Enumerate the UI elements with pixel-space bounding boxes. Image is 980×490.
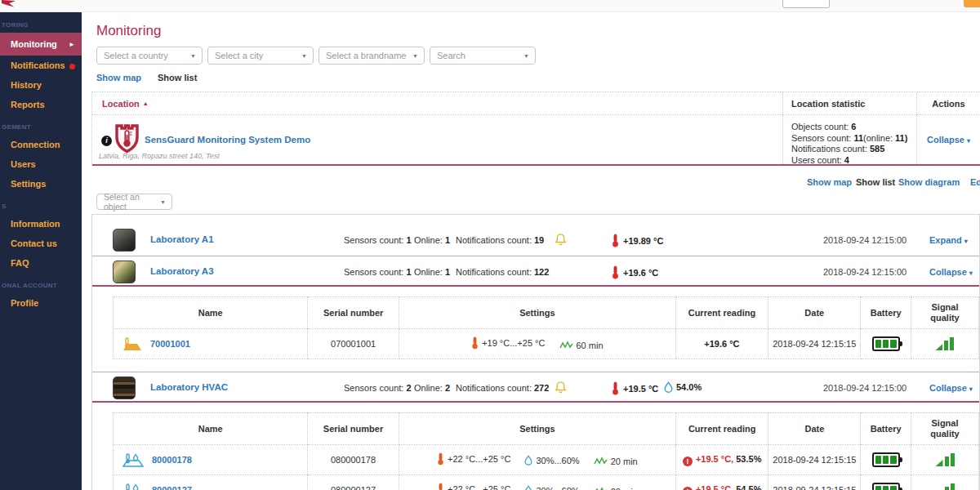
chevron-right-icon: ► [69, 41, 75, 48]
object-date: 2018-09-24 12:15:00 [823, 383, 906, 393]
online-count-label: Online: [414, 235, 443, 245]
online-count-value: 2 [445, 383, 450, 393]
sensor-settings: +22 °C...+25 °C 30%...60% 20 min [399, 445, 675, 475]
sidebar-item-reports[interactable]: Reports [0, 95, 82, 114]
sensor-name-link[interactable]: 80000178 [152, 455, 192, 465]
object-edit-link[interactable]: Ed [970, 177, 980, 187]
stat-objects-count: Objects count:6 [791, 122, 910, 133]
header-settings: Settings [399, 413, 675, 445]
header-search-box[interactable] [782, 0, 830, 8]
object-thumbnail [113, 261, 136, 283]
header-date: Date [768, 413, 861, 445]
sensor-serial: 080000127 [308, 475, 399, 490]
location-collapse-link[interactable]: Collapse▾ [927, 135, 970, 145]
page-title: Monitoring [96, 23, 161, 39]
object-select-value: Select an object [104, 192, 155, 212]
sensors-count-value: 1 [406, 267, 411, 277]
sidebar-item-settings[interactable]: Settings [0, 174, 82, 194]
alert-icon: ! [683, 457, 693, 466]
country-select[interactable]: Select a country ▼ [96, 47, 203, 65]
object-select[interactable]: Select an object ▼ [96, 194, 172, 210]
sidebar-item-users[interactable]: Users [0, 154, 82, 174]
info-icon[interactable]: i [101, 136, 112, 146]
thermometer-icon [437, 452, 444, 466]
sidebar-item-information[interactable]: Information [0, 214, 82, 234]
caret-down-icon: ▾ [967, 137, 970, 145]
humidity-reading: 54.0% [664, 381, 702, 393]
header-name: Name [114, 413, 308, 445]
object-collapse-link[interactable]: Collapse▾ [929, 267, 973, 277]
sensor-name-link[interactable]: 70001001 [150, 339, 190, 349]
sensor-name-link[interactable]: 80000127 [152, 485, 192, 490]
location-column-header[interactable]: Location ▲ [92, 92, 783, 114]
stat-notifications-count: Notifications count:585 [791, 144, 910, 155]
object-collapse-link[interactable]: Collapse▾ [929, 383, 973, 393]
location-name-link[interactable]: SensGuard Monitoring System Demo [145, 135, 310, 145]
sidebar-item-contact-us[interactable]: Contact us [0, 234, 82, 253]
sidebar-item-notifications[interactable]: Notifications [0, 56, 82, 75]
stat-value: 4 [844, 155, 849, 165]
chevron-down-icon: ▼ [523, 53, 529, 59]
sidebar-item-faq[interactable]: FAQ [0, 253, 82, 273]
sidebar-item-label: History [11, 80, 42, 90]
sensors-count: Sensors count: 1 [344, 235, 412, 245]
location-address: Latvia, Riga, Ropazu street 140, Test [99, 152, 220, 160]
object-name-link[interactable]: Laboratory A3 [150, 266, 214, 276]
country-select-value: Select a country [104, 51, 168, 60]
object-thumbnail [113, 376, 136, 399]
sensor-serial: 080000178 [308, 445, 399, 475]
object-date: 2018-09-24 12:15:00 [823, 267, 906, 277]
sensors-count-value: 1 [406, 235, 411, 245]
location-header-label: Location [102, 99, 140, 109]
online-count-label: Online: [414, 383, 443, 393]
sensor-current-reading: !+19.5 °C, 54.5% [676, 475, 768, 490]
bell-icon[interactable] [555, 233, 567, 248]
search-select[interactable]: Search ▼ [430, 47, 536, 65]
location-actions-cell: Collapse▾ [917, 115, 980, 164]
object-name-link[interactable]: Laboratory A1 [150, 234, 214, 244]
object-show-list-link[interactable]: Show list [856, 177, 895, 187]
interval-setting: 20 min [594, 487, 638, 490]
brandname-select[interactable]: Select a brandname ▼ [318, 47, 425, 65]
sidebar-item-history[interactable]: History [0, 75, 82, 95]
top-header-bar [0, 0, 980, 12]
header-name: Name [114, 297, 308, 329]
location-row: i SensGuard Monitoring System Demo Latvi… [92, 115, 980, 166]
notification-badge [69, 64, 75, 69]
online-count: Online: 1 [414, 267, 450, 277]
reading-temp-value: +19.5 °C, [696, 454, 733, 464]
header-battery: Battery [861, 413, 911, 445]
temperature-sensor-icon [122, 336, 143, 351]
object-expand-link[interactable]: Expand▾ [929, 235, 968, 245]
object-name-link[interactable]: Laboratory HVAC [150, 382, 228, 392]
collapse-label: Collapse [929, 267, 967, 277]
show-list-link[interactable]: Show list [158, 73, 197, 82]
battery-icon [872, 483, 900, 490]
wave-icon [594, 457, 608, 466]
filter-bar: Select a country ▼ Select a city ▼ Selec… [96, 47, 536, 65]
show-map-link[interactable]: Show map [96, 73, 141, 82]
stat-label: Sensors count: [791, 133, 851, 143]
sensor-serial: 070001001 [308, 329, 399, 359]
temperature-value: +19.5 °C [623, 384, 658, 394]
header-action-button[interactable] [964, 0, 980, 7]
sidebar-item-connection[interactable]: Connection [0, 135, 82, 154]
signal-quality-icon [936, 483, 955, 490]
city-select[interactable]: Select a city ▼ [207, 47, 314, 65]
temperature-value: +19.89 °C [623, 236, 663, 246]
object-show-map-link[interactable]: Show map [807, 177, 852, 187]
object-show-diagram-link[interactable]: Show diagram [898, 177, 960, 187]
objects-list: Laboratory A1 Sensors count: 1 Online: 1… [91, 214, 980, 490]
sensors-count-label: Sensors count: [344, 267, 403, 277]
thermometer-icon [612, 234, 619, 247]
header-current-reading: Current reading [676, 413, 768, 445]
sidebar-item-profile[interactable]: Profile [0, 293, 82, 313]
reading-value: +19.6 °C [704, 339, 739, 349]
temp-range-setting: +19 °C...+25 °C [471, 336, 545, 350]
bell-icon[interactable] [555, 381, 567, 396]
chevron-down-icon: ▼ [160, 199, 166, 205]
humidity-range-value: 30%...60% [536, 486, 579, 490]
stat-label: Notifications count: [791, 144, 867, 154]
object-row-laboratory-hvac: Laboratory HVAC Sensors count: 2 Online:… [92, 372, 980, 403]
sidebar-item-monitoring[interactable]: Monitoring ► [0, 33, 82, 56]
